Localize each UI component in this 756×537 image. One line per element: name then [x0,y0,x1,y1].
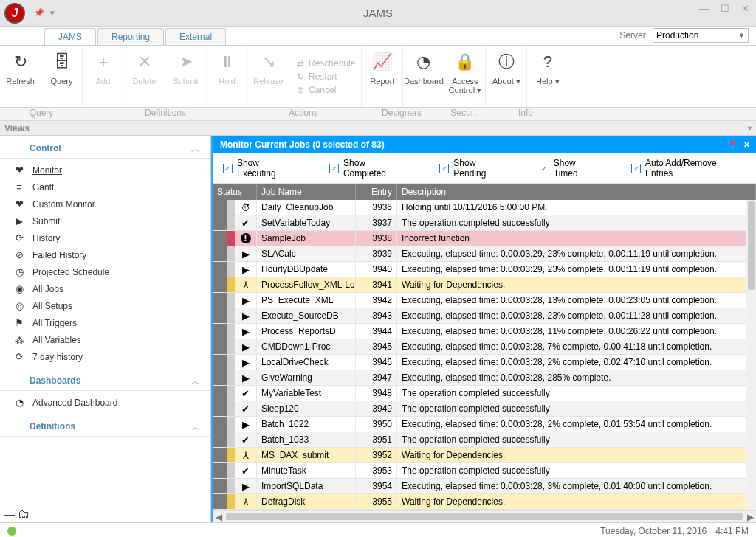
row-indicator [213,494,227,509]
cell-jobname: Batch_1033 [257,432,356,447]
tab-reporting[interactable]: Reporting [97,28,164,45]
close-panel-icon[interactable]: ✕ [743,140,750,150]
help-button[interactable]: ?Help ▾ [527,46,568,107]
col-entry-header[interactable]: Entry [356,184,397,200]
cell-jobname: Daily_CleanupJob [257,200,356,215]
pin-icon[interactable]: 📍 [728,140,738,150]
grid-row[interactable]: ▶ Batch_1022 3950 Executing, elapsed tim… [213,417,756,432]
minimize-button[interactable]: — [695,1,712,15]
grid-row[interactable]: ! SampleJob 3938 Incorrect function [213,231,756,246]
nav-icon: ❤ [13,164,25,176]
branch-icon: ⅄ [235,494,257,509]
nav-all-variables[interactable]: ⁂All Variables [0,331,210,348]
grid-row[interactable]: ▶ HourlyDBUpdate 3940 Executing, elapsed… [213,262,756,277]
nav-custom-monitor[interactable]: ❤Custom Monitor [0,195,210,212]
grid-row[interactable]: ▶ SLACalc 3939 Executing, elapsed time: … [213,246,756,262]
nav-icon: ⊘ [13,249,25,260]
row-indicator [213,231,227,246]
scrollbar-thumb-h[interactable] [226,513,743,520]
col-description-header[interactable]: Description [397,184,756,200]
ribbon-group-label: Info [489,108,563,120]
status-bar-icon [227,355,235,370]
grid-row[interactable]: ✔ Sleep120 3949 The operation completed … [213,401,756,417]
section-control[interactable]: Control︿ [0,136,210,159]
filter-show-timed[interactable]: ✓Show Timed [540,158,602,179]
grid-row[interactable]: ▶ ImportSQLData 3954 Executing, elapsed … [213,479,756,494]
maximize-button[interactable]: ☐ [717,1,733,15]
folder-icon[interactable]: 🗂 [18,507,30,521]
ribbon-label: Query [51,77,73,86]
nav-gantt[interactable]: ≡Gantt [0,179,210,195]
refresh-button[interactable]: ↻Refresh [0,46,41,107]
grid-row[interactable]: ⅄ DefragDisk 3955 Waiting for Dependenci… [213,494,756,510]
report-button[interactable]: 📈Report [362,46,403,107]
grid-row[interactable]: ⅄ MS_DAX_submit 3952 Waiting for Depende… [213,448,756,463]
nav-submit[interactable]: ▶Submit [0,212,210,229]
filter-auto-add-remove-entries[interactable]: ✓Auto Add/Remove Entries [631,158,746,179]
row-indicator [213,479,227,493]
cell-jobname: DefragDisk [257,494,356,509]
col-status-header[interactable]: Status [213,184,257,200]
grid-row[interactable]: ⏱ Daily_CleanupJob 3936 Holding until 10… [213,200,756,215]
query-button[interactable]: 🗄Query [41,46,83,107]
nav-projected-schedule[interactable]: ◷Projected Schedule [0,263,210,280]
server-selector: Server: Production ▼ [619,28,749,43]
filter-show-executing[interactable]: ✓Show Executing [223,158,300,179]
tab-external[interactable]: External [165,28,226,45]
grid-row[interactable]: ▶ GiveWarning 3947 Executing, elapsed ti… [213,370,756,386]
section-dashboards[interactable]: Dashboards︿ [0,368,210,391]
grid-row[interactable]: ▶ Process_ReportsD 3944 Executing, elaps… [213,324,756,339]
nav-failed-history[interactable]: ⊘Failed History [0,246,210,263]
qat-pin-icon[interactable]: 📌 [34,8,44,18]
access-button[interactable]: 🔒AccessControl ▾ [444,46,486,107]
ribbon-label: Submit [173,77,198,86]
close-button[interactable]: ✕ [738,1,753,15]
query-icon: 🗄 [50,50,74,74]
ribbon-actions-stack: ⇄Reschedule↻Restart⊘Cancel [289,46,362,107]
about-icon: ⓘ [495,50,518,74]
views-panel-header[interactable]: Views ▾ [0,121,756,136]
grid-row[interactable]: ▶ LocalDriveCheck 3946 Executing, elapse… [213,355,756,370]
cell-description: Executing, elapsed time: 0.00:03:28, 3% … [397,479,756,493]
horizontal-scrollbar[interactable]: ◀ ▶ [213,510,756,522]
nav-icon: ◉ [13,283,25,294]
server-dropdown[interactable]: Production ▼ [653,28,749,43]
dashboard-button[interactable]: ◔Dashboard [403,46,444,107]
ribbon-label: Delete [133,77,157,86]
grid-row[interactable]: ✔ MinuteTask 3953 The operation complete… [213,463,756,479]
grid-row[interactable]: ✔ Batch_1033 3951 The operation complete… [213,432,756,448]
scroll-left-icon[interactable]: ◀ [213,511,224,523]
scrollbar-thumb[interactable] [748,201,755,290]
tab-jams[interactable]: JAMS [44,28,96,45]
nav-all-triggers[interactable]: ⚑All Triggers [0,314,210,331]
cell-description: Executing, elapsed time: 0.00:03:28, 2% … [397,355,756,370]
ribbon-group-label: Secur… [444,108,489,120]
filter-label: Auto Add/Remove Entries [645,158,746,179]
nav-all-setups[interactable]: ◎All Setups [0,297,210,314]
vertical-scrollbar[interactable] [746,200,756,510]
status-bar-icon [227,262,235,277]
nav-all-jobs[interactable]: ◉All Jobs [0,280,210,297]
window-buttons: — ☐ ✕ [695,1,753,15]
qat-dropdown-icon[interactable]: ▾ [50,8,55,18]
filter-show-pending[interactable]: ✓Show Pending [439,158,509,179]
collapse-icon[interactable]: — [4,508,15,520]
grid-row[interactable]: ▶ CMDDown1-Proc 3945 Executing, elapsed … [213,339,756,355]
section-definitions[interactable]: Definitions︿ [0,414,210,437]
scroll-right-icon[interactable]: ▶ [744,511,756,523]
filter-show-completed[interactable]: ✓Show Completed [329,158,410,179]
grid-body[interactable]: ⏱ Daily_CleanupJob 3936 Holding until 10… [213,200,756,510]
grid-row[interactable]: ✔ SetVariableToday 3937 The operation co… [213,215,756,231]
cell-entry: 3944 [356,324,397,339]
nav-icon: ◎ [13,300,25,311]
grid-row[interactable]: ✔ MyVariableTest 3948 The operation comp… [213,386,756,401]
about-button[interactable]: ⓘAbout ▾ [486,46,527,107]
grid-row[interactable]: ⅄ ProcessFollow_XML-Load 3941 Waiting fo… [213,277,756,293]
grid-row[interactable]: ▶ PS_Execute_XML 3942 Executing, elapsed… [213,293,756,308]
nav-history[interactable]: ⟳History [0,229,210,246]
nav-advanced-dashboard[interactable]: ◔Advanced Dashboard [0,394,210,411]
nav-7-day-history[interactable]: ⟳7 day history [0,348,210,365]
grid-row[interactable]: ▶ Execute_SourceDB 3943 Executing, elaps… [213,308,756,324]
nav-monitor[interactable]: ❤Monitor [0,162,210,179]
col-jobname-header[interactable]: Job Name [257,184,356,200]
